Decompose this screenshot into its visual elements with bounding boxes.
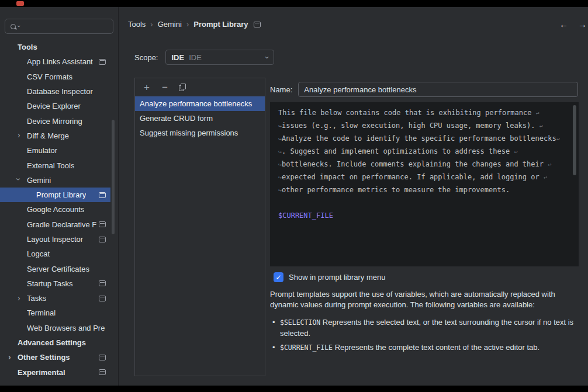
bullet-icon: • xyxy=(272,342,275,353)
chevron-down-icon[interactable]: › xyxy=(15,178,23,181)
prompt-text-editor[interactable]: This file below contains code that is ex… xyxy=(270,102,579,266)
variable-name: $SELECTION xyxy=(280,318,320,327)
list-item: •$CURRENT_FILE Represents the complete t… xyxy=(272,342,582,353)
breadcrumb-separator: › xyxy=(186,20,189,29)
soft-wrap-icon: ↩ xyxy=(556,136,560,142)
breadcrumb-gemini[interactable]: Gemini xyxy=(158,20,182,29)
name-label: Name: xyxy=(270,85,292,94)
sidebar-item-label: Emulator xyxy=(27,146,57,155)
sidebar-item-terminal[interactable]: Terminal xyxy=(0,306,110,320)
variable-text: Represents the selected text, or the tex… xyxy=(280,318,573,338)
sidebar-item-device-explorer[interactable]: Device Explorer xyxy=(0,99,110,113)
sidebar-item-label: Database Inspector xyxy=(27,87,93,96)
sidebar-scrollbar[interactable] xyxy=(112,120,115,234)
sidebar-item-csv-formats[interactable]: CSV Formats xyxy=(0,70,110,84)
sidebar-item-label: External Tools xyxy=(27,161,74,170)
breadcrumb-prompt-library: Prompt Library xyxy=(193,20,248,29)
sidebar-item-prompt-library[interactable]: Prompt Library xyxy=(0,188,110,202)
window-icon xyxy=(99,296,106,301)
sidebar-item-label: Experimental xyxy=(18,368,65,377)
red-indicator-icon xyxy=(16,1,24,6)
scope-value: IDE xyxy=(171,53,184,62)
editor-line: ↪other performance metrics to measure th… xyxy=(278,183,577,196)
soft-wrap-icon: ↩ xyxy=(539,123,543,129)
editor-line: $CURRENT_FILE xyxy=(278,209,577,222)
sidebar-item-google-accounts[interactable]: Google Accounts xyxy=(0,202,110,217)
sidebar-item-label: Other Settings xyxy=(18,353,70,362)
forward-button[interactable]: → xyxy=(578,19,587,29)
prompt-item-generate-crud[interactable]: Generate CRUD form xyxy=(135,111,265,126)
editor-line: ↪Analyze the code to identify the specif… xyxy=(278,132,577,145)
chevron-down-icon: › xyxy=(264,56,271,58)
sidebar-item-external-tools[interactable]: External Tools xyxy=(0,158,110,172)
prompt-item-analyze-performance[interactable]: Analyze performance bottlenecks xyxy=(135,96,265,111)
variables-list: •$SELECTION Represents the selected text… xyxy=(272,317,582,358)
chevron-down-icon: › xyxy=(16,25,22,27)
prompt-item-suggest-permissions[interactable]: Suggest missing permissions xyxy=(135,126,265,140)
sidebar-item-gradle-declarative[interactable]: Gradle Declarative F xyxy=(0,217,110,232)
sidebar-item-label: Tasks xyxy=(27,294,46,303)
settings-search-input[interactable]: › xyxy=(5,19,113,34)
sidebar-item-label: Google Accounts xyxy=(27,205,84,214)
sidebar-item-label: App Links Assistant xyxy=(27,57,93,66)
scope-dropdown[interactable]: IDE IDE › xyxy=(165,50,274,65)
sidebar-item-label: Device Mirroring xyxy=(27,117,82,126)
list-item: •$SELECTION Represents the selected text… xyxy=(272,317,582,338)
sidebar-item-experimental[interactable]: Experimental xyxy=(0,365,110,380)
sidebar-item-server-certificates[interactable]: Server Certificates xyxy=(0,261,110,276)
sidebar-item-label: Diff & Merge xyxy=(27,131,69,140)
window-icon xyxy=(254,22,261,27)
sidebar-item-web-browsers[interactable]: Web Browsers and Pre xyxy=(0,321,110,335)
settings-main: Tools › Gemini › Prompt Library ← → Scop… xyxy=(119,7,588,386)
sidebar-item-other-settings[interactable]: ›Other Settings xyxy=(0,350,110,365)
window-icon xyxy=(99,237,106,242)
sidebar-item-label: Device Explorer xyxy=(27,102,81,110)
settings-tree: Tools App Links Assistant CSV Formats Da… xyxy=(0,40,118,380)
editor-line: This file below contains code that is ex… xyxy=(278,106,577,119)
editor-scrollbar[interactable] xyxy=(573,105,576,175)
window-icon xyxy=(99,355,106,360)
variable-text: Represents the complete text content of … xyxy=(333,343,539,352)
sidebar-item-label: Tools xyxy=(18,43,37,51)
sidebar-item-database-inspector[interactable]: Database Inspector xyxy=(0,84,110,99)
sidebar-item-label: Web Browsers and Pre xyxy=(27,324,105,332)
name-input[interactable] xyxy=(298,82,578,97)
back-button[interactable]: ← xyxy=(559,19,568,29)
chevron-right-icon[interactable]: › xyxy=(8,353,11,361)
scope-value-secondary: IDE xyxy=(189,53,202,62)
sidebar-item-gemini[interactable]: ›Gemini xyxy=(0,173,110,188)
editor-line: ↪expected impact on performance. If appl… xyxy=(278,171,577,183)
add-button[interactable]: + xyxy=(143,82,151,92)
show-in-menu-checkbox[interactable]: ✓ xyxy=(274,272,283,282)
chevron-right-icon[interactable]: › xyxy=(18,294,20,302)
sidebar-item-diff-merge[interactable]: ›Diff & Merge xyxy=(0,129,110,143)
prompt-list-toolbar: + − xyxy=(135,78,265,96)
sidebar-item-tasks[interactable]: ›Tasks xyxy=(0,291,110,306)
sidebar-item-label: Gemini xyxy=(27,176,51,185)
sidebar-item-label: Layout Inspector xyxy=(27,235,83,244)
bullet-icon: • xyxy=(272,317,275,328)
copy-icon[interactable] xyxy=(179,84,185,91)
window-icon xyxy=(99,221,106,227)
settings-dialog: › Tools App Links Assistant CSV Formats … xyxy=(0,7,588,386)
sidebar-item-tools[interactable]: Tools xyxy=(0,40,110,54)
sidebar-item-device-mirroring[interactable]: Device Mirroring xyxy=(0,113,110,128)
soft-wrap-icon: ↩ xyxy=(514,148,517,155)
soft-wrap-icon: ↩ xyxy=(536,110,539,116)
settings-sidebar: › Tools App Links Assistant CSV Formats … xyxy=(0,7,119,386)
sidebar-item-app-links-assistant[interactable]: App Links Assistant xyxy=(0,54,110,69)
remove-button[interactable]: − xyxy=(161,82,169,92)
sidebar-item-logcat[interactable]: Logcat xyxy=(0,247,110,261)
window-icon xyxy=(99,369,106,375)
sidebar-item-emulator[interactable]: Emulator xyxy=(0,143,110,158)
breadcrumb-tools[interactable]: Tools xyxy=(128,20,146,29)
window-icon xyxy=(99,59,106,65)
sidebar-item-label: Advanced Settings xyxy=(18,338,86,347)
chevron-right-icon[interactable]: › xyxy=(18,131,20,139)
settings-window: › Tools App Links Assistant CSV Formats … xyxy=(0,0,588,392)
sidebar-item-startup-tasks[interactable]: Startup Tasks xyxy=(0,276,110,291)
scope-row: Scope: IDE IDE › xyxy=(134,50,274,65)
sidebar-item-advanced-settings[interactable]: Advanced Settings xyxy=(0,335,110,350)
editor-line: ↪. Suggest and implement optimizations t… xyxy=(278,145,577,158)
sidebar-item-layout-inspector[interactable]: Layout Inspector xyxy=(0,232,110,247)
